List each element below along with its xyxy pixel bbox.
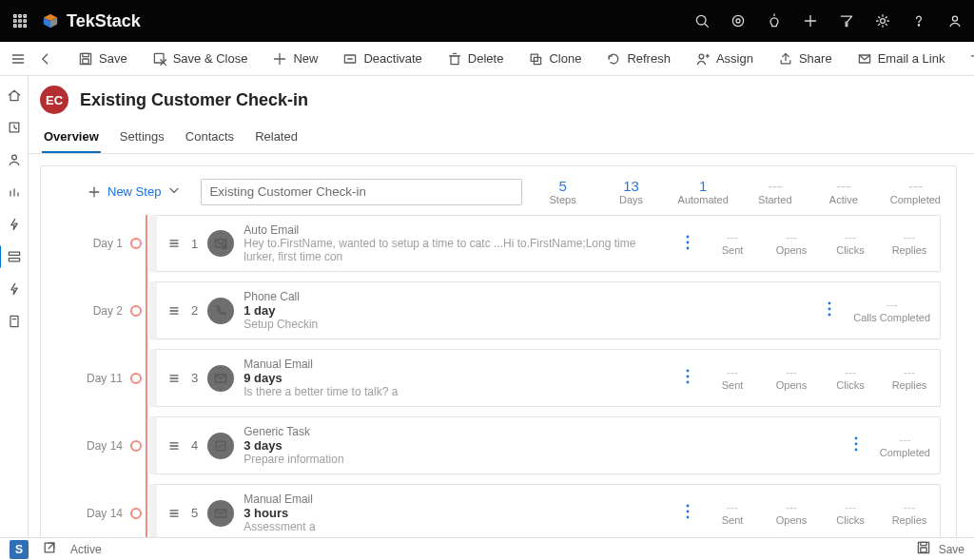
rail-sequences-icon[interactable] [5, 247, 24, 266]
kebab-icon[interactable] [673, 503, 702, 523]
step-card[interactable]: 2 Phone Call 1 day Setup Checkin ---Call… [149, 281, 941, 339]
svg-rect-58 [9, 259, 19, 261]
new-step-button[interactable]: New Step [79, 179, 189, 204]
search-icon[interactable] [692, 11, 711, 30]
plus-icon[interactable] [801, 11, 820, 30]
person-icon[interactable] [945, 11, 964, 30]
svg-point-15 [736, 19, 740, 23]
step-number: 2 [191, 303, 198, 318]
step-number: 5 [191, 506, 198, 520]
step-card[interactable]: 1 Auto Email Hey to.FirstName, wanted to… [149, 215, 941, 272]
svg-point-70 [687, 246, 690, 249]
rail-analytics-icon[interactable] [5, 183, 24, 202]
svg-rect-5 [24, 20, 26, 22]
mail-link-icon [857, 51, 872, 67]
svg-line-99 [49, 543, 54, 549]
kebab-icon[interactable] [842, 435, 870, 455]
step-card[interactable]: 3 Manual Email 9 days Is there a better … [149, 349, 941, 407]
share-icon [778, 51, 793, 67]
stat: ---Clicks [829, 231, 871, 256]
rail-note-icon[interactable] [5, 312, 24, 331]
back-icon[interactable] [38, 51, 53, 67]
timeline-dot [130, 508, 142, 519]
svg-rect-59 [10, 316, 18, 326]
tab-contacts[interactable]: Contacts [184, 122, 236, 153]
clone-button[interactable]: Clone [518, 44, 591, 74]
bulb-icon[interactable] [765, 11, 784, 30]
svg-point-74 [828, 302, 831, 305]
global-icons [692, 11, 964, 30]
drag-handle-icon[interactable] [166, 303, 182, 319]
svg-point-90 [854, 449, 857, 452]
email-link-button[interactable]: Email a Link [847, 44, 955, 74]
brand-logo-icon [42, 12, 59, 29]
hamburger-icon[interactable] [4, 51, 32, 67]
popout-icon[interactable] [42, 540, 57, 558]
kebab-icon[interactable] [673, 234, 702, 254]
record-state: Active [70, 543, 102, 556]
metric-days: 13Days [610, 178, 653, 205]
drag-handle-icon[interactable] [166, 506, 182, 521]
rail-recent-icon[interactable] [5, 118, 24, 137]
svg-line-13 [705, 24, 708, 27]
sequence-canvas: New Step 5Steps 13Days 1Automated ---Sta… [40, 165, 957, 537]
step-stats: ---Sent---Opens---Clicks---Replies [711, 501, 930, 526]
status-save[interactable]: Save [939, 543, 964, 556]
flow-button[interactable]: Flow [960, 44, 974, 74]
new-button[interactable]: New [263, 44, 327, 74]
step-desc: Setup Checkin [244, 318, 806, 331]
drag-handle-icon[interactable] [166, 236, 182, 251]
delete-button[interactable]: Delete [438, 44, 514, 74]
svg-rect-101 [920, 542, 925, 545]
waffle-icon[interactable] [10, 10, 30, 31]
drag-handle-icon[interactable] [166, 371, 182, 386]
svg-point-69 [687, 241, 690, 243]
help-icon[interactable] [909, 11, 928, 30]
rail-contacts-icon[interactable] [5, 150, 24, 169]
rail-bolt-icon[interactable] [5, 215, 24, 234]
filter-icon[interactable] [837, 11, 856, 30]
drag-handle-icon[interactable] [166, 438, 182, 454]
stat: ---Opens [770, 231, 812, 256]
step-number: 3 [191, 371, 198, 385]
svg-rect-57 [9, 252, 19, 255]
svg-point-68 [687, 235, 690, 238]
rail-bolt2-icon[interactable] [5, 280, 24, 299]
deactivate-button[interactable]: Deactivate [333, 44, 431, 74]
save-button[interactable]: Save [68, 44, 137, 74]
kebab-icon[interactable] [815, 300, 844, 320]
step-stats: ---Sent---Opens---Clicks---Replies [711, 366, 930, 391]
metric-started: ---Started [753, 178, 797, 205]
step-type: Manual Email [244, 357, 664, 371]
step-type: Manual Email [244, 492, 664, 506]
svg-point-75 [828, 308, 831, 311]
svg-rect-102 [920, 548, 925, 552]
svg-point-12 [696, 15, 706, 25]
metric-steps: 5Steps [541, 178, 585, 205]
share-button[interactable]: Share [769, 44, 842, 74]
stat: ---Sent [711, 366, 753, 391]
flow-icon [969, 51, 974, 67]
tab-settings[interactable]: Settings [118, 122, 166, 153]
target-icon[interactable] [729, 11, 748, 30]
stat: ---Replies [888, 231, 930, 256]
phone-icon [207, 298, 234, 324]
step-headline: 3 hours [244, 506, 664, 520]
refresh-icon [606, 51, 621, 67]
save-close-button[interactable]: Save & Close [143, 44, 258, 74]
kebab-icon[interactable] [673, 368, 702, 388]
clone-icon [528, 51, 543, 67]
gear-icon[interactable] [873, 11, 892, 30]
tab-related[interactable]: Related [253, 122, 300, 153]
rail-home-icon[interactable] [5, 86, 24, 105]
svg-point-19 [881, 19, 886, 24]
svg-rect-7 [19, 25, 21, 27]
step-card[interactable]: 4 Generic Task 3 days Prepare informatio… [149, 416, 941, 474]
refresh-button[interactable]: Refresh [596, 44, 680, 74]
assign-button[interactable]: Assign [686, 44, 763, 74]
step-card[interactable]: 5 Manual Email 3 hours Assessment a ---S… [149, 484, 941, 537]
sequence-name-input[interactable] [201, 179, 521, 205]
step-row: Day 1 1 Auto Email Hey to.FirstName, wan… [79, 215, 941, 272]
tab-overview[interactable]: Overview [42, 122, 101, 153]
save-icon[interactable] [916, 540, 931, 558]
